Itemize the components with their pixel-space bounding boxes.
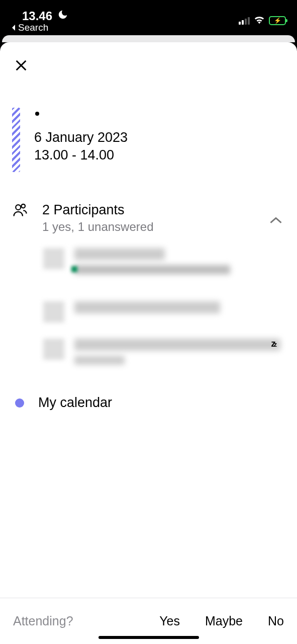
participants-header[interactable]: 2 Participants 1 yes, 1 unanswered — [12, 202, 285, 234]
status-time: 13.46 — [22, 9, 52, 23]
participant-name-redacted — [74, 301, 220, 313]
status-left: 13.46 — [22, 9, 68, 23]
moon-icon — [57, 9, 68, 23]
event-color-stripe — [12, 108, 20, 172]
event-info: 6 January 2023 13.00 - 14.00 — [34, 108, 128, 172]
event-time: 13.00 - 14.00 — [34, 146, 128, 164]
participant-name-redacted — [74, 248, 165, 260]
participant-item[interactable] — [43, 301, 285, 323]
avatar — [43, 339, 64, 360]
event-date: 6 January 2023 — [34, 129, 128, 146]
participant-list: zz — [43, 248, 285, 370]
status-bar: 13.46 Search ⚡ — [0, 0, 297, 35]
event-detail-sheet: 6 January 2023 13.00 - 14.00 2 Participa… — [0, 42, 297, 644]
svg-point-0 — [16, 205, 21, 210]
home-indicator[interactable] — [98, 636, 199, 639]
rsvp-no-button[interactable]: No — [268, 614, 284, 628]
svg-point-1 — [22, 204, 26, 208]
calendar-row[interactable]: My calendar — [0, 386, 297, 411]
status-right: ⚡ — [239, 15, 286, 26]
rsvp-yes-button[interactable]: Yes — [159, 614, 180, 628]
participant-detail-redacted — [74, 356, 125, 365]
wifi-icon — [254, 15, 265, 26]
chevron-up-icon — [269, 216, 283, 226]
close-button[interactable] — [12, 56, 30, 74]
participants-summary: 1 yes, 1 unanswered — [42, 220, 285, 234]
battery-icon: ⚡ — [269, 16, 286, 25]
participants-section: 2 Participants 1 yes, 1 unanswered — [0, 172, 297, 386]
event-header: 6 January 2023 13.00 - 14.00 — [0, 42, 297, 172]
calendar-label: My calendar — [38, 395, 112, 411]
attending-prompt: Attending? — [13, 614, 73, 628]
participant-detail-redacted — [74, 265, 230, 274]
sheet-background-strip — [2, 35, 295, 42]
participants-title: 2 Participants — [42, 202, 285, 218]
back-label: Search — [18, 22, 48, 33]
avatar — [43, 301, 64, 323]
status-dot — [71, 266, 77, 272]
cellular-icon — [239, 17, 250, 25]
back-to-search[interactable]: Search — [11, 22, 48, 33]
participant-item[interactable] — [43, 248, 285, 285]
snooze-icon: zz — [271, 339, 275, 349]
participant-item[interactable]: zz — [43, 339, 285, 370]
rsvp-maybe-button[interactable]: Maybe — [205, 614, 243, 628]
avatar — [43, 248, 64, 269]
event-title — [35, 112, 39, 116]
people-icon — [12, 202, 28, 217]
participant-name-redacted — [74, 339, 280, 351]
calendar-color-dot — [15, 398, 24, 408]
